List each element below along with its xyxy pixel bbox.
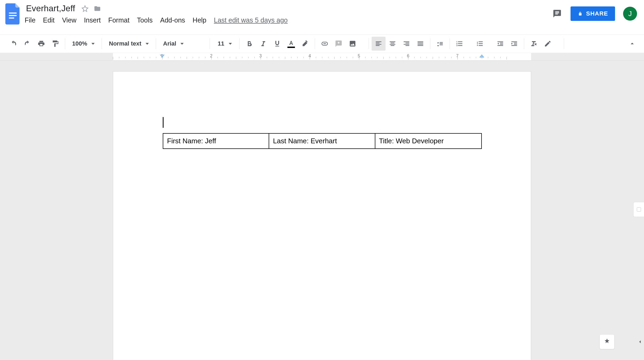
ruler-tick — [230, 57, 230, 58]
editing-mode-icon[interactable] — [541, 37, 555, 51]
menu-addons[interactable]: Add-ons — [160, 16, 185, 24]
align-left-icon[interactable] — [372, 37, 386, 51]
zoom-dropdown[interactable]: 100% — [68, 37, 99, 51]
underline-icon[interactable] — [270, 37, 284, 51]
docs-logo-icon[interactable] — [5, 3, 21, 25]
table-cell[interactable]: Last Name: Everhart — [269, 133, 375, 149]
print-icon[interactable] — [34, 37, 48, 51]
ruler-tick — [279, 57, 279, 58]
numbered-list-caret-icon[interactable] — [467, 37, 473, 51]
ruler-number: 2 — [210, 54, 213, 58]
menu-insert[interactable]: Insert — [84, 16, 101, 24]
ruler-tick — [347, 57, 347, 58]
document-canvas[interactable]: First Name: Jeff Last Name: Everhart Tit… — [0, 61, 644, 360]
paint-format-icon[interactable] — [48, 37, 62, 51]
add-comment-icon[interactable] — [332, 37, 346, 51]
ruler-tick — [476, 57, 476, 58]
ruler-tick — [236, 57, 236, 59]
align-center-icon[interactable] — [386, 37, 399, 51]
ruler-tick — [488, 57, 488, 58]
numbered-list-icon[interactable] — [453, 37, 467, 51]
align-right-icon[interactable] — [399, 37, 413, 51]
decrease-indent-icon[interactable] — [493, 37, 507, 51]
document-table[interactable]: First Name: Jeff Last Name: Everhart Tit… — [163, 133, 482, 149]
menu-edit[interactable]: Edit — [43, 16, 54, 24]
right-indent-marker[interactable] — [480, 55, 484, 60]
editing-caret-icon[interactable] — [555, 37, 561, 51]
menu-view[interactable]: View — [62, 16, 76, 24]
ruler-tick — [297, 57, 298, 58]
document-title-input[interactable]: Everhart,Jeff — [25, 3, 76, 14]
redo-icon[interactable] — [20, 37, 34, 51]
italic-icon[interactable] — [256, 37, 270, 51]
side-panel-tab[interactable] — [633, 202, 644, 217]
last-edit-link[interactable]: Last edit was 5 days ago — [214, 16, 288, 24]
ruler-tick — [304, 57, 304, 58]
text-color-icon[interactable] — [284, 37, 298, 51]
svg-rect-2 — [9, 17, 14, 18]
ruler-number: 3 — [259, 54, 262, 58]
table-row[interactable]: First Name: Jeff Last Name: Everhart Tit… — [163, 133, 482, 149]
highlight-icon[interactable] — [298, 37, 312, 51]
table-cell[interactable]: Title: Web Developer — [375, 133, 482, 149]
image-caret-icon[interactable] — [360, 37, 366, 51]
ruler-tick — [377, 57, 377, 58]
font-size-dropdown[interactable]: 11 — [213, 37, 237, 51]
menu-help[interactable]: Help — [193, 16, 206, 24]
separator — [524, 38, 524, 49]
ruler-tick — [427, 57, 427, 58]
bulleted-list-caret-icon[interactable] — [487, 37, 493, 51]
ruler-tick — [156, 57, 156, 58]
ruler-tick — [433, 57, 433, 59]
separator — [315, 38, 315, 49]
increase-indent-icon[interactable] — [507, 37, 521, 51]
line-spacing-icon[interactable] — [433, 37, 447, 51]
account-avatar[interactable]: J — [623, 7, 637, 21]
paragraph-style-dropdown[interactable]: Normal text — [105, 37, 153, 51]
move-folder-icon[interactable] — [94, 5, 101, 12]
share-button[interactable]: SHARE — [571, 6, 615, 21]
bulleted-list-icon[interactable] — [473, 37, 487, 51]
separator — [450, 38, 450, 49]
ruler-tick — [285, 57, 285, 59]
ruler-tick — [224, 57, 224, 58]
ruler-number: 6 — [407, 54, 409, 58]
font-dropdown[interactable]: Arial — [159, 37, 207, 51]
separator — [369, 38, 369, 49]
menu-tools[interactable]: Tools — [137, 16, 153, 24]
undo-icon[interactable] — [6, 37, 20, 51]
link-icon[interactable] — [318, 37, 332, 51]
ruler-tick — [199, 57, 199, 58]
ruler-tick — [451, 57, 451, 58]
ruler-tick — [316, 57, 316, 58]
clear-formatting-icon[interactable] — [527, 37, 541, 51]
ruler-tick — [500, 57, 501, 58]
insert-image-icon[interactable] — [346, 37, 360, 51]
ruler-tick — [414, 57, 414, 58]
comments-icon[interactable] — [552, 8, 562, 19]
page[interactable]: First Name: Jeff Last Name: Everhart Tit… — [113, 71, 531, 360]
align-justify-icon[interactable] — [413, 37, 427, 51]
menu-file[interactable]: File — [25, 16, 35, 24]
ruler-tick — [242, 57, 242, 58]
collapse-toolbar-icon[interactable] — [625, 37, 639, 51]
ruler-tick — [119, 57, 119, 58]
ruler-tick — [138, 57, 138, 59]
side-expand-icon[interactable] — [636, 335, 644, 349]
ruler[interactable]: 1234567 — [0, 53, 644, 61]
ruler-tick — [396, 57, 396, 58]
zoom-value: 100% — [72, 40, 87, 47]
font-value: Arial — [163, 40, 176, 47]
bold-icon[interactable] — [242, 37, 256, 51]
explore-button[interactable] — [599, 334, 615, 349]
share-label: SHARE — [586, 10, 608, 17]
menu-format[interactable]: Format — [108, 16, 129, 24]
style-value: Normal text — [109, 40, 141, 47]
star-icon[interactable] — [81, 5, 89, 12]
table-cell[interactable]: First Name: Jeff — [163, 133, 269, 149]
ruler-tick — [174, 57, 175, 58]
ruler-tick — [205, 57, 205, 58]
ruler-tick — [420, 57, 421, 58]
separator — [102, 38, 102, 49]
left-indent-marker[interactable] — [160, 55, 164, 60]
